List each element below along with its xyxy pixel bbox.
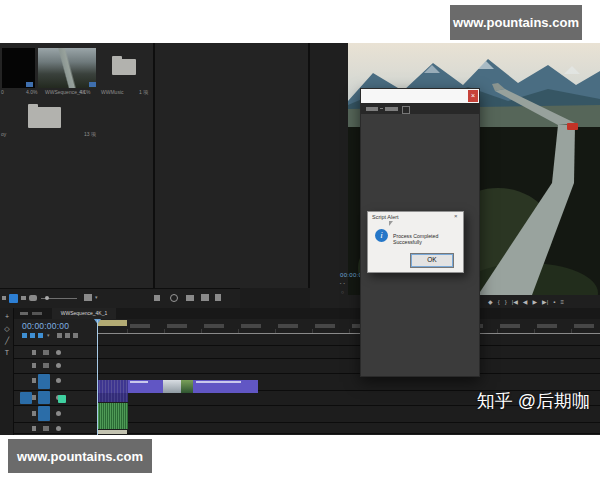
automate-to-sequence-icon[interactable]	[154, 295, 160, 301]
transport-controls: ◆ { } |◀ ◀ ▶ ▶| ▪ ≡	[488, 297, 564, 307]
list-view-icon[interactable]	[9, 294, 18, 303]
timeline-settings-icon[interactable]	[57, 333, 62, 338]
panel-menu-icon[interactable]	[402, 106, 410, 114]
add-marker-icon[interactable]	[38, 333, 43, 338]
lock-icon[interactable]	[32, 395, 36, 400]
timeline-ruler[interactable]	[97, 319, 600, 334]
video-clip-filmstrip[interactable]	[97, 380, 128, 393]
new-bin-icon[interactable]	[186, 295, 194, 301]
lock-icon[interactable]	[32, 426, 36, 431]
project-item-meta: 4.0%	[26, 89, 37, 95]
project-panel-toolbar: ▾	[0, 288, 240, 309]
menu-item[interactable]	[385, 107, 398, 111]
dialog-title: Script Alert	[372, 214, 399, 220]
mute-icon[interactable]	[56, 411, 61, 416]
type-tool-icon[interactable]: T	[2, 349, 12, 356]
track-select-tool-icon[interactable]: ◇	[2, 325, 12, 333]
selection-tool-icon[interactable]: +	[2, 313, 12, 320]
script-alert-dialog: Script Alert × i Process Completed Succe…	[367, 211, 464, 273]
lift-icon[interactable]: ▪	[553, 297, 555, 307]
project-item-road-clip-thumbnail[interactable]	[38, 48, 96, 88]
search-icon[interactable]	[170, 294, 178, 302]
clip-thumbnail	[181, 380, 193, 393]
track-header-a3	[32, 423, 94, 433]
lock-icon[interactable]	[32, 350, 36, 355]
folder-icon[interactable]	[28, 107, 61, 128]
ok-button[interactable]: OK	[410, 253, 454, 268]
track-select-v1[interactable]	[38, 374, 50, 389]
step-forward-icon[interactable]: ▶|	[542, 297, 548, 307]
step-back-icon[interactable]: ◀	[523, 297, 528, 307]
program-zoom-controls[interactable]: ▪▪	[340, 281, 347, 286]
nest-icon[interactable]	[73, 333, 78, 338]
track-select-a2[interactable]	[38, 406, 50, 421]
eye-icon[interactable]	[56, 350, 61, 355]
wrench-icon[interactable]	[65, 333, 70, 338]
program-timecode[interactable]: 00:00:0	[340, 272, 362, 278]
export-frame-icon[interactable]: ≡	[560, 297, 564, 307]
track-divider	[14, 373, 600, 374]
info-icon: i	[375, 229, 388, 242]
eye-icon[interactable]	[56, 363, 61, 368]
work-area-bar[interactable]	[97, 320, 127, 326]
premiere-app-window: 0 4.0% WWSequence_4K 4.1% WWMusic 1 项 oy…	[0, 43, 600, 435]
sync-lock-icon[interactable]	[43, 350, 49, 355]
sort-icon[interactable]	[84, 294, 92, 301]
zoom-slider-knob[interactable]	[45, 296, 49, 300]
mute-icon[interactable]	[56, 426, 61, 431]
clip-type-badge-icon	[89, 82, 96, 87]
lock-icon[interactable]	[32, 411, 36, 416]
panel-options-icon[interactable]	[32, 312, 42, 315]
window-titlebar[interactable]: ×	[361, 89, 479, 103]
close-icon[interactable]: ×	[454, 213, 458, 219]
source-patch-a1[interactable]	[20, 392, 32, 404]
source-panel	[155, 43, 310, 288]
video-clip[interactable]	[128, 380, 163, 393]
playhead[interactable]	[97, 320, 98, 435]
freeform-view-icon[interactable]	[29, 295, 37, 301]
add-marker-icon[interactable]: ◆	[488, 297, 493, 307]
play-icon[interactable]: ▶	[532, 297, 537, 307]
new-item-icon[interactable]	[201, 294, 209, 301]
go-to-in-icon[interactable]: |◀	[512, 297, 518, 307]
lock-icon[interactable]	[32, 363, 36, 368]
icon-view-icon[interactable]	[21, 296, 26, 300]
settings-gear-icon[interactable]: ○	[341, 289, 344, 295]
panel-menu-icon[interactable]	[20, 312, 28, 315]
lock-icon[interactable]	[32, 378, 36, 383]
watermark-bottom: www.pountains.com	[8, 439, 152, 473]
menu-item[interactable]	[366, 107, 378, 111]
mark-out-icon[interactable]: }	[505, 297, 507, 307]
music-clip[interactable]	[97, 430, 127, 434]
sync-lock-icon[interactable]	[43, 363, 49, 368]
video-clip-thumbnail[interactable]	[163, 380, 181, 393]
track-header-v3	[32, 347, 94, 357]
project-item-meta: 1 项	[139, 89, 148, 95]
audio-clip[interactable]	[97, 403, 128, 429]
timeline-panel: WWSequence_4K_1 00:00:00:00 ▾	[14, 308, 600, 435]
mark-in-icon[interactable]: {	[498, 297, 500, 307]
linked-audio-strip[interactable]	[97, 393, 128, 402]
track-select-a1[interactable]	[38, 391, 50, 404]
clip-label	[130, 381, 148, 383]
chevron-down-icon[interactable]: ▾	[95, 294, 98, 300]
project-item-meta: 13 项	[84, 131, 96, 137]
sync-lock-icon[interactable]	[43, 426, 49, 431]
project-item-label: 0	[1, 89, 4, 95]
eye-icon[interactable]	[56, 378, 61, 383]
clip-label	[196, 381, 241, 383]
folder-icon[interactable]	[112, 59, 136, 75]
voice-badge-icon[interactable]	[58, 395, 66, 403]
snap-icon[interactable]	[22, 333, 27, 338]
chevron-down-icon[interactable]: ▾	[47, 332, 50, 338]
pen-tool-icon[interactable]: ╱	[2, 337, 12, 345]
video-clip[interactable]	[181, 380, 258, 393]
timeline-timecode[interactable]: 00:00:00:00	[22, 321, 69, 331]
read-only-icon[interactable]	[2, 296, 6, 300]
project-panel: 0 4.0% WWSequence_4K 4.1% WWMusic 1 项 oy…	[0, 43, 155, 288]
close-icon[interactable]: ×	[468, 90, 478, 102]
linked-selection-icon[interactable]	[30, 333, 35, 338]
project-item-label: oy	[1, 131, 6, 137]
delete-icon[interactable]	[215, 294, 221, 301]
tools-panel: + ◇ ╱ T	[0, 308, 14, 435]
